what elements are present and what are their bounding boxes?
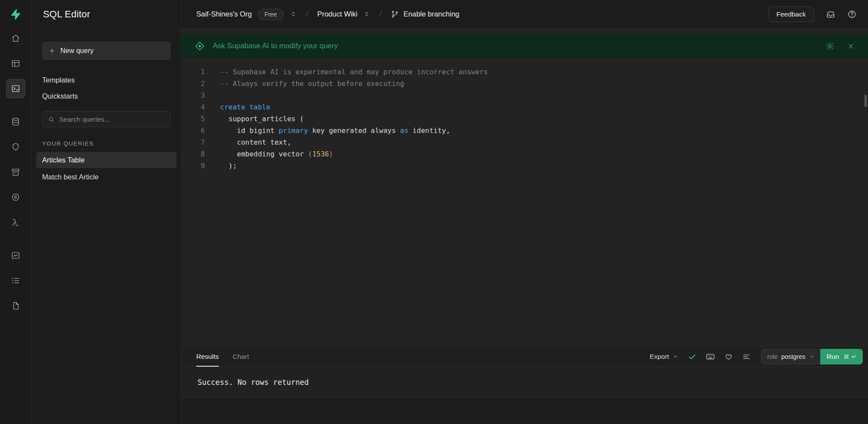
- query-item-match-best-article[interactable]: Match best Article: [36, 169, 177, 185]
- code-token: support_articles (: [220, 115, 304, 123]
- enter-key-glyph: ↵: [851, 353, 856, 360]
- reports-icon[interactable]: [6, 246, 25, 265]
- code-token: content text,: [220, 138, 291, 146]
- code-token: key generated always: [308, 126, 400, 135]
- home-icon[interactable]: [6, 29, 25, 48]
- code-token: id bigint: [220, 126, 279, 135]
- org-chevron-selector-icon[interactable]: [290, 10, 297, 18]
- database-icon[interactable]: [6, 112, 25, 131]
- code-line: 2 -- Always verify the output before exe…: [182, 78, 868, 89]
- line-number: 7: [182, 136, 205, 148]
- code-token: 1536: [312, 150, 329, 158]
- ai-settings-gear-icon[interactable]: [825, 42, 835, 51]
- line-number: 6: [182, 125, 205, 136]
- editor-scrollbar-thumb[interactable]: [865, 95, 867, 107]
- breadcrumb-separator: /: [306, 10, 308, 19]
- line-number: 8: [182, 148, 205, 160]
- new-query-button[interactable]: New query: [42, 42, 171, 60]
- keyboard-shortcuts-icon[interactable]: [706, 352, 715, 361]
- line-number: 3: [182, 89, 205, 101]
- export-button[interactable]: Export: [650, 353, 679, 361]
- line-number: 5: [182, 113, 205, 125]
- help-icon[interactable]: [847, 10, 857, 19]
- api-docs-icon[interactable]: [6, 296, 25, 315]
- project-selector[interactable]: Product Wiki: [317, 10, 358, 18]
- new-query-label: New query: [60, 47, 93, 55]
- success-message: Success. No rows returned: [198, 378, 309, 387]
- line-number: 9: [182, 160, 205, 172]
- results-status-row: Success. No rows returned: [182, 367, 868, 398]
- enable-branching-button[interactable]: Enable branching: [391, 10, 459, 18]
- run-label: Run: [827, 353, 839, 361]
- code-token: create table: [220, 103, 271, 111]
- code-token: embedding vector: [220, 150, 308, 158]
- command-key-glyph: ⌘: [843, 353, 849, 360]
- breadcrumb-separator: /: [380, 10, 382, 19]
- results-panel: Results Chart Export: [182, 346, 868, 424]
- format-sql-icon[interactable]: [742, 352, 751, 361]
- sidebar-item-templates[interactable]: Templates: [42, 72, 171, 88]
- org-selector[interactable]: Saif-Shines's Org: [196, 10, 252, 18]
- role-value: postgres: [781, 353, 805, 360]
- git-branch-icon: [391, 10, 399, 18]
- tab-chart[interactable]: Chart: [233, 347, 249, 366]
- run-shortcut-hint: ⌘ ↵: [843, 353, 856, 360]
- query-valid-check-icon[interactable]: [688, 352, 696, 361]
- chevron-down-icon: [809, 354, 815, 359]
- favorite-heart-icon[interactable]: [724, 352, 733, 361]
- code-line: 9 );: [182, 160, 868, 172]
- code-token: primary: [279, 126, 308, 135]
- icon-rail: [0, 0, 32, 424]
- query-item-articles-table[interactable]: Articles Table: [36, 152, 177, 168]
- your-queries-section-label: YOUR QUERIES: [42, 140, 171, 147]
- run-query-button[interactable]: Run ⌘ ↵: [820, 349, 863, 364]
- results-toolbar: Results Chart Export: [182, 346, 868, 367]
- storage-icon[interactable]: [6, 162, 25, 182]
- sidebar-header: SQL Editor: [32, 0, 181, 29]
- project-chevron-selector-icon[interactable]: [363, 10, 370, 18]
- code-token: ): [329, 150, 333, 158]
- logs-icon[interactable]: [6, 271, 25, 290]
- role-selector[interactable]: role postgres: [761, 349, 820, 364]
- inbox-icon[interactable]: [826, 10, 835, 19]
- table-editor-icon[interactable]: [6, 54, 25, 73]
- code-line: 3: [182, 89, 868, 101]
- code-line: 7 content text,: [182, 136, 868, 148]
- line-number: 2: [182, 78, 205, 89]
- code-token: as: [400, 126, 408, 135]
- role-label: role: [767, 353, 778, 360]
- code-token: -- Always verify the output before execu…: [220, 80, 404, 88]
- top-bar: Saif-Shines's Org Free / Product Wiki / …: [182, 0, 868, 29]
- auth-icon[interactable]: [6, 137, 25, 156]
- plus-icon: [49, 47, 56, 54]
- supabase-ai-icon: [195, 41, 205, 51]
- search-queries-input[interactable]: [59, 116, 165, 123]
- code-token: );: [220, 162, 237, 170]
- chevron-down-icon: [672, 353, 679, 360]
- feedback-button[interactable]: Feedback: [768, 7, 814, 22]
- code-line: 6 id bigint primary key generated always…: [182, 125, 868, 136]
- sql-editor-sidebar: SQL Editor New query Templates Quickstar…: [32, 0, 182, 424]
- main-area: Saif-Shines's Org Free / Product Wiki / …: [182, 0, 868, 424]
- edge-functions-icon[interactable]: [6, 213, 25, 232]
- supabase-logo[interactable]: [0, 0, 31, 29]
- search-icon: [48, 116, 55, 123]
- code-token: -- Supabase AI is experimental and may p…: [220, 68, 488, 76]
- close-banner-icon[interactable]: [847, 42, 855, 50]
- tab-results[interactable]: Results: [196, 347, 219, 366]
- code-line: 5 support_articles (: [182, 113, 868, 125]
- code-editor[interactable]: 1 -- Supabase AI is experimental and may…: [182, 58, 868, 346]
- code-line: 4 create table: [182, 101, 868, 113]
- query-list: Articles Table Match best Article: [36, 152, 177, 185]
- line-number: 1: [182, 66, 205, 78]
- sql-editor-icon[interactable]: [6, 79, 25, 98]
- ai-assistant-banner: [182, 34, 868, 58]
- search-queries-box: [42, 111, 171, 127]
- page-title: SQL Editor: [43, 9, 90, 20]
- code-line: 8 embedding vector (1536): [182, 148, 868, 160]
- plan-badge[interactable]: Free: [257, 9, 284, 20]
- code-token: identity,: [408, 126, 450, 135]
- integrations-icon[interactable]: [6, 188, 25, 207]
- ai-prompt-input[interactable]: [213, 42, 818, 50]
- sidebar-item-quickstarts[interactable]: Quickstarts: [42, 88, 171, 104]
